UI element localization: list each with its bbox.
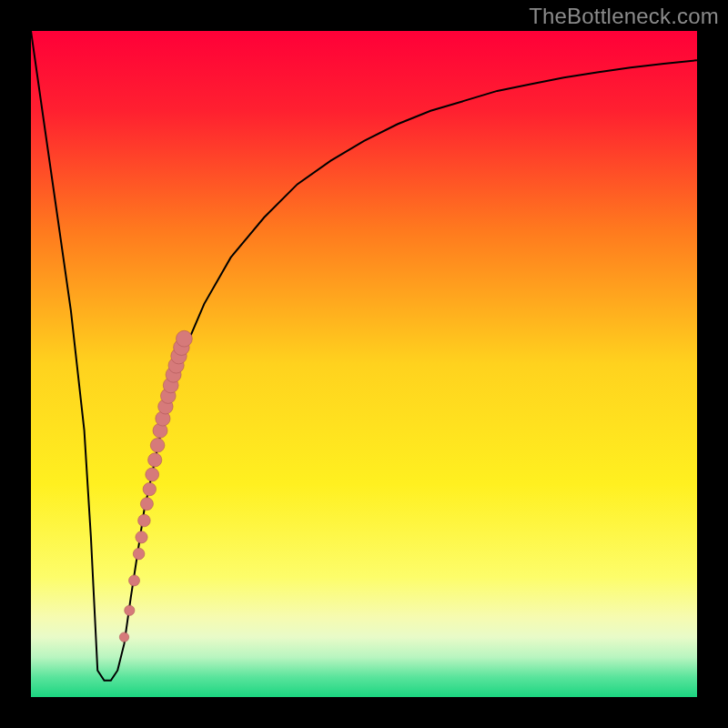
data-point	[140, 498, 153, 511]
data-point	[138, 514, 151, 527]
data-point	[133, 548, 145, 560]
data-point	[143, 482, 156, 495]
bottleneck-chart	[31, 31, 697, 697]
watermark-text: TheBottleneck.com	[529, 4, 719, 29]
data-point	[148, 453, 162, 467]
data-point	[146, 468, 159, 481]
data-point	[136, 531, 147, 543]
data-point	[177, 330, 193, 347]
data-point	[150, 439, 165, 453]
data-point	[125, 605, 135, 615]
data-point	[119, 632, 128, 642]
data-point	[129, 575, 140, 586]
